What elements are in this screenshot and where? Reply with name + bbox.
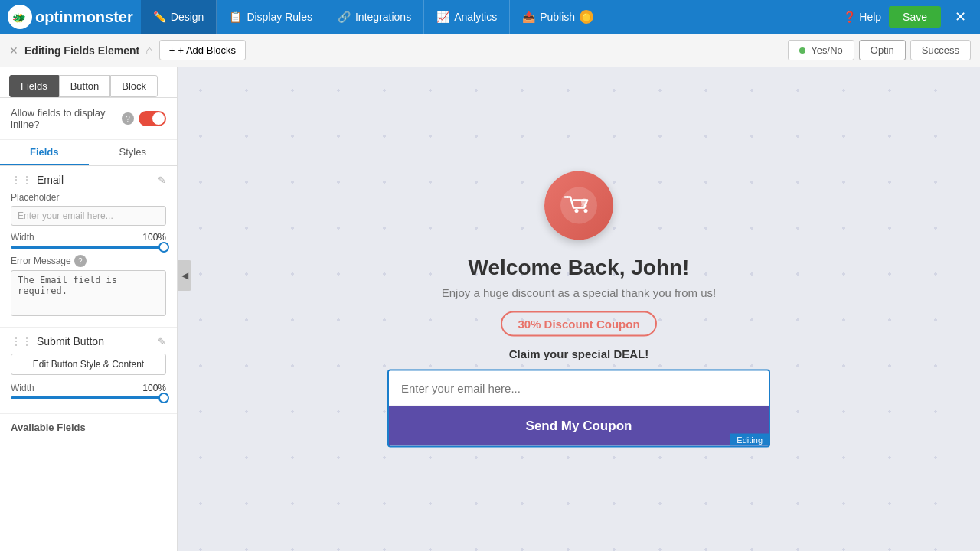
- inline-toggle-row: Allow fields to display inline? ?: [0, 98, 177, 140]
- width-value-submit: 100%: [142, 383, 166, 393]
- field-type-tabs: Fields Button Block: [0, 67, 177, 98]
- publish-badge: 🟡: [580, 10, 593, 24]
- tab-button[interactable]: Button: [59, 75, 111, 97]
- placeholder-label: Placeholder: [11, 192, 166, 203]
- integrations-icon: 🔗: [338, 11, 351, 23]
- plus-icon: +: [169, 44, 175, 56]
- coupon-badge: 30% Discount Coupon: [501, 311, 656, 337]
- email-field-section: ⋮⋮ Email ✎ Placeholder Width 100% Error …: [0, 166, 177, 328]
- nav-tab-integrations[interactable]: 🔗 Integrations: [325, 0, 424, 34]
- submit-section-header: ⋮⋮ Submit Button ✎: [11, 335, 166, 347]
- sub-tab-fields[interactable]: Fields: [0, 140, 89, 165]
- range-fill-submit: [11, 396, 166, 399]
- home-icon[interactable]: ⌂: [145, 44, 153, 57]
- error-msg-row: Error Message ?: [11, 255, 166, 267]
- tab-fields[interactable]: Fields: [9, 75, 59, 97]
- view-yes-no-button[interactable]: Yes/No: [788, 40, 854, 60]
- logo-icon: 🐲: [8, 5, 32, 29]
- help-button[interactable]: ❓ Help: [843, 11, 881, 23]
- editing-tag: Editing: [730, 434, 769, 446]
- shopping-cart-icon: [560, 187, 598, 225]
- error-msg-textarea[interactable]: The Email field is required.: [11, 270, 166, 316]
- error-msg-label: Error Message: [11, 256, 71, 266]
- svg-text:🐲: 🐲: [12, 11, 26, 24]
- canvas-area: Welcome Back, John! Enjoy a huge discoun…: [178, 67, 980, 551]
- submit-button-section: ⋮⋮ Submit Button ✎ Edit Button Style & C…: [0, 328, 177, 414]
- nav-tab-display-rules[interactable]: 📋 Display Rules: [217, 0, 325, 34]
- inline-help-icon[interactable]: ?: [122, 112, 134, 125]
- toggle-knob: [152, 112, 165, 125]
- secondary-left: ✕ Editing Fields Element ⌂ + + Add Block…: [9, 40, 246, 60]
- svg-point-4: [584, 209, 588, 213]
- claim-deal-text: Claim your special DEAL!: [387, 347, 770, 360]
- drag-handle-submit[interactable]: ⋮⋮: [11, 335, 32, 347]
- help-icon: ❓: [843, 11, 856, 23]
- drag-handle-email[interactable]: ⋮⋮: [11, 174, 32, 186]
- edit-submit-pencil[interactable]: ✎: [158, 336, 166, 347]
- error-msg-help-icon[interactable]: ?: [74, 255, 87, 267]
- logo: 🐲 optinmonster: [8, 5, 133, 29]
- nav-tabs: ✏️ Design 📋 Display Rules 🔗 Integrations…: [141, 0, 606, 34]
- optin-form-box: Send My Coupon Editing: [387, 370, 770, 448]
- analytics-icon: 📈: [436, 11, 449, 23]
- view-success-button[interactable]: Success: [910, 40, 971, 60]
- top-navigation: 🐲 optinmonster ✏️ Design 📋 Display Rules…: [0, 0, 980, 34]
- nav-tab-analytics[interactable]: 📈 Analytics: [424, 0, 510, 34]
- sub-tabs: Fields Styles: [0, 140, 177, 166]
- popup-content: Welcome Back, John! Enjoy a huge discoun…: [387, 171, 770, 448]
- email-field-header: ⋮⋮ Email ✎: [11, 174, 166, 186]
- range-thumb-email[interactable]: [158, 242, 169, 253]
- main-layout: Fields Button Block Allow fields to disp…: [0, 67, 980, 551]
- popup-icon-circle: [544, 171, 613, 240]
- collapse-sidebar-button[interactable]: ◀: [178, 260, 191, 291]
- placeholder-input[interactable]: [11, 206, 166, 226]
- save-button[interactable]: Save: [889, 6, 941, 28]
- range-fill-email: [11, 246, 166, 249]
- sidebar: Fields Button Block Allow fields to disp…: [0, 67, 178, 551]
- edit-button-style-button[interactable]: Edit Button Style & Content: [11, 354, 166, 375]
- svg-point-3: [575, 209, 579, 213]
- edit-email-pencil[interactable]: ✎: [158, 174, 166, 186]
- publish-icon: 📤: [522, 11, 535, 23]
- display-rules-icon: 📋: [229, 11, 242, 23]
- view-optin-button[interactable]: Optin: [859, 40, 906, 60]
- width-slider-submit[interactable]: [11, 396, 166, 399]
- email-field-title: Email: [37, 174, 153, 186]
- available-fields-label: Available Fields: [0, 414, 177, 436]
- nav-right: ❓ Help Save ✕: [843, 5, 972, 28]
- range-thumb-submit[interactable]: [158, 393, 169, 403]
- width-label-submit: Width: [11, 383, 34, 393]
- add-blocks-button[interactable]: + + Add Blocks: [159, 40, 246, 60]
- sub-tab-styles[interactable]: Styles: [89, 140, 178, 165]
- width-slider-email[interactable]: [11, 246, 166, 249]
- inline-label: Allow fields to display inline?: [11, 107, 117, 130]
- yes-no-dot: [799, 47, 805, 54]
- popup-title: Welcome Back, John!: [387, 256, 770, 280]
- optin-submit-button[interactable]: Send My Coupon: [389, 406, 769, 446]
- width-value-email: 100%: [142, 232, 166, 243]
- logo-text: optinmonster: [35, 8, 133, 26]
- width-label-email: Width: [11, 232, 34, 243]
- close-button[interactable]: ✕: [949, 5, 972, 28]
- close-editing-button[interactable]: ✕: [9, 44, 18, 57]
- design-icon: ✏️: [153, 11, 166, 23]
- nav-tab-design[interactable]: ✏️ Design: [141, 0, 217, 34]
- tab-block[interactable]: Block: [110, 75, 158, 97]
- submit-button-title: Submit Button: [37, 335, 153, 347]
- secondary-navigation: ✕ Editing Fields Element ⌂ + + Add Block…: [0, 34, 980, 67]
- editing-title: Editing Fields Element: [24, 44, 139, 57]
- svg-point-2: [560, 187, 597, 224]
- inline-toggle-switch[interactable]: [139, 111, 166, 126]
- popup-subtitle: Enjoy a huge discount as a special thank…: [387, 286, 770, 299]
- view-switcher: Yes/No Optin Success: [788, 40, 971, 60]
- nav-tab-publish[interactable]: 📤 Publish 🟡: [510, 0, 606, 34]
- optin-email-input[interactable]: [389, 371, 769, 406]
